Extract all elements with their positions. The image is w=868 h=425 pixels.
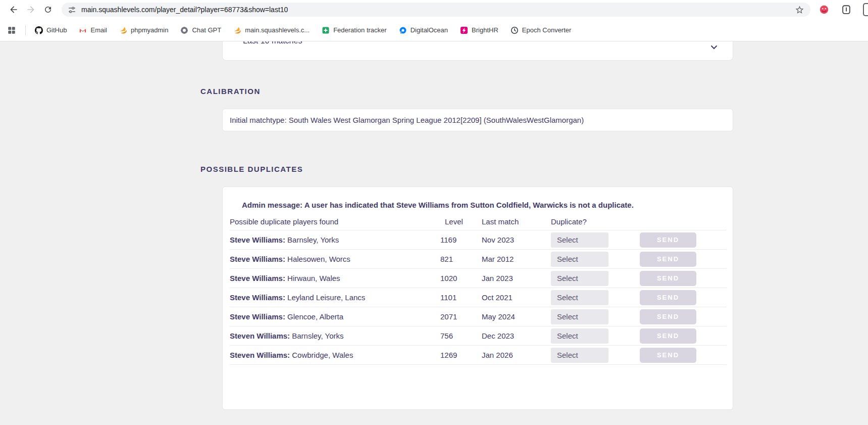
github-favicon: [35, 26, 43, 34]
bookmark-brighthr[interactable]: BrightHR: [460, 26, 498, 34]
player-name: Steve Williams:: [230, 293, 285, 302]
bookmark-phpmyadmin[interactable]: phpmyadmin: [119, 26, 168, 34]
duplicate-row: Steven Williams: Cowbridge, Wales 1269 J…: [230, 346, 727, 365]
bookmark-label: Federation tracker: [333, 26, 387, 34]
partial-extension-icon: [863, 3, 868, 16]
red-extension-icon[interactable]: [819, 4, 830, 15]
bookmarks-separator: [25, 25, 26, 35]
gmail-favicon: [79, 26, 87, 34]
player-location: Hirwaun, Wales: [287, 274, 340, 282]
player-last-match: Mar 2012: [482, 250, 551, 269]
matches-filter-dropdown[interactable]: Last 10 matches: [222, 41, 733, 61]
player-name-cell: Steve Williams: Barnsley, Yorks: [230, 230, 440, 250]
send-button[interactable]: SEND: [640, 252, 696, 267]
sheets-plus-favicon: [322, 26, 330, 34]
duplicate-row: Steve Williams: Barnsley, Yorks 1169 Nov…: [230, 230, 727, 250]
omnibox[interactable]: main.squashlevels.com/player_detail?play…: [62, 3, 810, 17]
player-name-cell: Steven Williams: Barnsley, Yorks: [230, 326, 440, 346]
bookmark-squashlevels[interactable]: main.squashlevels.c...: [233, 26, 310, 34]
duplicate-row: Steve Williams: Halesowen, Worcs 821 Mar…: [230, 250, 727, 269]
duplicate-row: Steve Williams: Glencoe, Alberta 2071 Ma…: [230, 307, 727, 326]
url-text[interactable]: main.squashlevels.com/player_detail?play…: [81, 6, 288, 14]
admin-message: Admin message: A user has indicated that…: [242, 200, 726, 210]
player-name-cell: Steven Williams: Cowbridge, Wales: [230, 346, 440, 365]
forward-arrow-icon: [26, 5, 36, 15]
bookmarks-bar: GitHub Email phpmyadmin Chat GPT: [0, 19, 868, 41]
bookmark-github[interactable]: GitHub: [35, 26, 67, 34]
player-location: Leyland Leisure, Lancs: [287, 293, 365, 302]
player-last-match: Nov 2023: [482, 230, 551, 250]
bookmark-email[interactable]: Email: [79, 26, 107, 34]
matches-filter-value: Last 10 matches: [243, 41, 302, 45]
send-button[interactable]: SEND: [640, 348, 696, 363]
player-last-match: Oct 2021: [482, 288, 551, 307]
back-button[interactable]: [5, 1, 22, 18]
page-content: Last 10 matches CALIBRATION Initial matc…: [0, 41, 868, 425]
duplicate-row: Steven Williams: Barnsley, Yorks 756 Dec…: [230, 326, 727, 346]
player-location: Glencoe, Alberta: [287, 312, 343, 321]
forward-button[interactable]: [22, 1, 39, 18]
bookmark-label: GitHub: [46, 26, 67, 34]
chevron-down-icon: [710, 43, 718, 53]
player-name-cell: Steve Williams: Leyland Leisure, Lancs: [230, 288, 440, 307]
column-players: Possible duplicate players found: [230, 217, 440, 230]
select-button[interactable]: Select: [551, 252, 608, 267]
possible-duplicates-heading: POSSIBLE DUPLICATES: [200, 165, 733, 173]
bookmark-federation-tracker[interactable]: Federation tracker: [322, 26, 387, 34]
clock-favicon: [510, 26, 519, 34]
player-level: 756: [440, 326, 482, 346]
chatgpt-favicon: [180, 26, 188, 34]
player-name: Steven Williams:: [230, 351, 290, 359]
column-duplicate: Duplicate?: [551, 217, 640, 230]
bookmark-epoch-converter[interactable]: Epoch Converter: [510, 26, 572, 34]
send-button[interactable]: SEND: [640, 232, 696, 248]
squashlevels-favicon: [233, 26, 241, 34]
back-arrow-icon: [9, 5, 19, 15]
outline-extension-icon[interactable]: [841, 4, 852, 15]
select-button[interactable]: Select: [551, 328, 608, 344]
player-last-match: Jan 2026: [482, 346, 551, 365]
initial-matchtype-text: Initial matchtype: South Wales West Glam…: [230, 116, 584, 124]
calibration-heading: CALIBRATION: [200, 87, 733, 96]
player-name-cell: Steve Williams: Glencoe, Alberta: [230, 307, 440, 326]
bookmark-chatgpt[interactable]: Chat GPT: [180, 26, 221, 34]
player-name-cell: Steve Williams: Halesowen, Worcs: [230, 250, 440, 269]
player-level: 1269: [440, 346, 482, 365]
reload-icon: [43, 5, 53, 14]
send-button[interactable]: SEND: [640, 328, 696, 344]
player-last-match: May 2024: [482, 307, 551, 326]
send-button[interactable]: SEND: [640, 290, 696, 305]
select-button[interactable]: Select: [551, 290, 608, 305]
table-header-row: Possible duplicate players found Level L…: [230, 217, 727, 230]
player-name-cell: Steve Williams: Hirwaun, Wales: [230, 269, 440, 288]
player-name: Steve Williams:: [230, 274, 285, 282]
brighthr-favicon: [460, 26, 468, 34]
bookmark-label: DigitalOcean: [411, 26, 448, 34]
player-name: Steve Williams:: [230, 235, 285, 244]
player-name: Steve Williams:: [230, 312, 285, 321]
player-level: 1020: [440, 269, 482, 288]
apps-grid-icon[interactable]: [7, 26, 16, 35]
player-location: Barnsley, Yorks: [292, 332, 343, 340]
select-button[interactable]: Select: [551, 232, 608, 248]
select-button[interactable]: Select: [551, 348, 608, 363]
player-location: Cowbridge, Wales: [292, 351, 353, 359]
bookmark-label: BrightHR: [472, 26, 498, 34]
column-level: Level: [440, 217, 482, 230]
phpmyadmin-favicon: [119, 26, 127, 34]
column-last-match: Last match: [482, 217, 551, 230]
player-level: 821: [440, 250, 482, 269]
duplicate-row: Steve Williams: Hirwaun, Wales 1020 Jan …: [230, 269, 727, 288]
player-last-match: Jan 2023: [482, 269, 551, 288]
select-button[interactable]: Select: [551, 271, 608, 286]
bookmark-digitalocean[interactable]: DigitalOcean: [399, 26, 448, 34]
site-settings-icon[interactable]: [68, 6, 76, 14]
player-name: Steven Williams:: [230, 332, 290, 340]
send-button[interactable]: SEND: [640, 271, 696, 286]
send-button[interactable]: SEND: [640, 309, 696, 324]
browser-toolbar: main.squashlevels.com/player_detail?play…: [0, 0, 868, 19]
select-button[interactable]: Select: [551, 309, 608, 324]
bookmark-label: phpmyadmin: [131, 26, 168, 34]
bookmark-star-icon[interactable]: [795, 5, 804, 15]
reload-button[interactable]: [39, 1, 57, 18]
